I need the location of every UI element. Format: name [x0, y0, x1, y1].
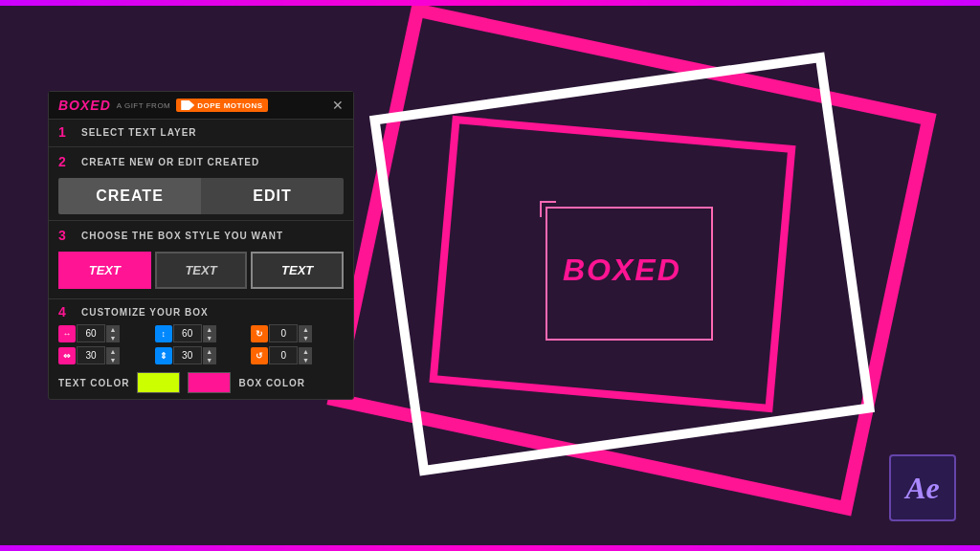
text-color-swatch[interactable] [137, 372, 180, 393]
edit-button[interactable]: EDIT [201, 178, 344, 214]
ae-icon-label: Ae [905, 471, 940, 506]
spinner-group-3: ↻ ▲ ▼ [251, 324, 344, 342]
spinner-icon-4: ⇔ [58, 347, 76, 364]
spinner-input-6[interactable] [269, 346, 298, 364]
create-edit-row: CREATE EDIT [49, 174, 353, 218]
spinner-up-4[interactable]: ▲ [106, 347, 120, 356]
spinner-input-1[interactable] [77, 324, 105, 342]
spinner-down-5[interactable]: ▼ [203, 356, 216, 364]
spinner-down-1[interactable]: ▼ [106, 334, 120, 342]
spinner-group-1: ↔ ▲ ▼ [58, 324, 151, 342]
step4-num: 4 [58, 304, 74, 320]
step3-label: CHOOSE THE BOX STYLE YOU WANT [81, 231, 283, 241]
spinner-icon-2: ↕ [155, 325, 172, 342]
step3-num: 3 [58, 228, 74, 243]
bottom-bar [0, 545, 980, 551]
spinner-icon-5: ⇕ [155, 347, 172, 364]
style-button-3[interactable]: TEXT [251, 252, 344, 289]
canvas-boxed-label: BOXED [563, 253, 681, 288]
step4-label: CUSTOMIZE YOUR BOX [81, 307, 209, 318]
close-button[interactable]: ✕ [332, 98, 344, 113]
style-row: TEXT TEXT TEXT [49, 248, 353, 297]
create-button[interactable]: CREATE [58, 178, 201, 214]
style-button-2[interactable]: TEXT [155, 252, 248, 289]
ae-icon: Ae [889, 454, 956, 521]
spinner-down-6[interactable]: ▼ [299, 356, 312, 364]
spinner-input-4[interactable] [77, 346, 105, 364]
spinner-arrows-6: ▲ ▼ [299, 347, 312, 364]
step2-row: 2 CREATE NEW OR EDIT CREATED [49, 149, 353, 174]
spinner-up-6[interactable]: ▲ [299, 347, 312, 356]
spinner-arrows-5: ▲ ▼ [203, 347, 216, 364]
box-color-swatch[interactable] [188, 372, 231, 393]
step1-row: 1 SELECT TEXT LAYER [49, 120, 353, 144]
spinner-down-3[interactable]: ▼ [299, 334, 312, 342]
brand-name: DOPE MOTIONS [197, 101, 262, 110]
step1-label: SELECT TEXT LAYER [81, 127, 197, 138]
step1-num: 1 [58, 124, 74, 140]
spinner-icon-1: ↔ [58, 325, 76, 342]
spinner-arrows-1: ▲ ▼ [106, 325, 120, 342]
spinner-arrows-2: ▲ ▼ [203, 325, 216, 342]
spinner-icon-6: ↺ [251, 347, 268, 364]
dope-logo-icon [181, 100, 194, 110]
spinner-arrows-3: ▲ ▼ [299, 325, 312, 342]
spinner-icon-3: ↻ [251, 325, 268, 342]
style-button-1[interactable]: TEXT [58, 252, 151, 289]
panel-title: BOXED [58, 98, 111, 113]
panel-gift-text: A GIFT FROM [117, 101, 170, 110]
spinner-up-1[interactable]: ▲ [106, 325, 120, 334]
spinner-group-5: ⇕ ▲ ▼ [155, 346, 248, 364]
spinner-arrows-4: ▲ ▼ [106, 347, 120, 364]
top-bar [0, 0, 980, 6]
spinner-down-2[interactable]: ▼ [203, 334, 216, 342]
step3-row: 3 CHOOSE THE BOX STYLE YOU WANT [49, 223, 353, 248]
spinner-input-2[interactable] [173, 324, 202, 342]
spinners-row-2: ⇔ ▲ ▼ ⇕ ▲ ▼ ↺ ▲ ▼ [49, 344, 353, 366]
spinner-up-2[interactable]: ▲ [203, 325, 216, 334]
spinner-group-2: ↕ ▲ ▼ [155, 324, 248, 342]
spinner-down-4[interactable]: ▼ [106, 356, 120, 364]
step2-label: CREATE NEW OR EDIT CREATED [81, 157, 259, 167]
color-row: TEXT COLOR BOX COLOR [49, 366, 353, 399]
spinners-row-1: ↔ ▲ ▼ ↕ ▲ ▼ ↻ ▲ ▼ [49, 322, 353, 344]
panel-header: BOXED A GIFT FROM DOPE MOTIONS ✕ [49, 92, 353, 120]
divider-2 [49, 220, 353, 221]
divider-1 [49, 146, 353, 147]
spinner-group-4: ⇔ ▲ ▼ [58, 346, 151, 364]
spinner-up-3[interactable]: ▲ [299, 325, 312, 334]
box-color-label: BOX COLOR [238, 378, 305, 388]
text-color-label: TEXT COLOR [58, 378, 129, 388]
step4-row: 4 CUSTOMIZE YOUR BOX [49, 301, 353, 322]
spinner-up-5[interactable]: ▲ [203, 347, 216, 356]
divider-3 [49, 298, 353, 299]
panel: BOXED A GIFT FROM DOPE MOTIONS ✕ 1 SELEC… [48, 91, 354, 400]
spinner-input-3[interactable] [269, 324, 298, 342]
step2-num: 2 [58, 154, 74, 169]
spinner-group-6: ↺ ▲ ▼ [251, 346, 344, 364]
spinner-input-5[interactable] [173, 346, 202, 364]
dope-motions-logo: DOPE MOTIONS [176, 99, 267, 112]
